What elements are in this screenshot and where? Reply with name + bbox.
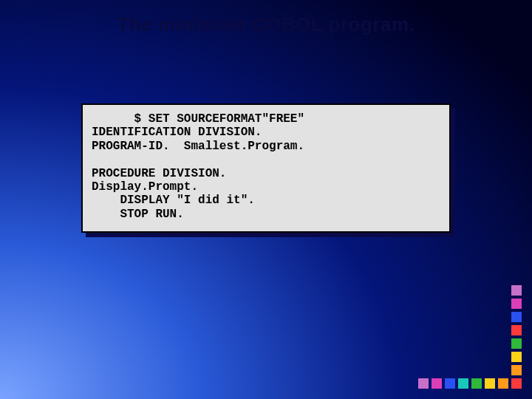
deco-square (511, 365, 522, 375)
deco-square (432, 378, 442, 389)
deco-square (418, 378, 429, 389)
slide-title: The minimum COBOL program. (0, 13, 532, 36)
code-box: $ SET SOURCEFORMAT"FREE" IDENTIFICATION … (81, 103, 451, 233)
code-text: $ SET SOURCEFORMAT"FREE" IDENTIFICATION … (92, 112, 440, 221)
deco-square (498, 378, 508, 389)
deco-square (511, 299, 522, 309)
deco-square (511, 338, 522, 349)
deco-square (485, 378, 495, 389)
code-container: $ SET SOURCEFORMAT"FREE" IDENTIFICATION … (81, 103, 451, 233)
deco-square (511, 325, 522, 335)
deco-square (511, 378, 522, 389)
deco-square (511, 312, 522, 322)
deco-square (511, 352, 522, 362)
deco-square (511, 285, 522, 296)
deco-square (458, 378, 468, 389)
deco-square (445, 378, 455, 389)
deco-square (471, 378, 482, 389)
